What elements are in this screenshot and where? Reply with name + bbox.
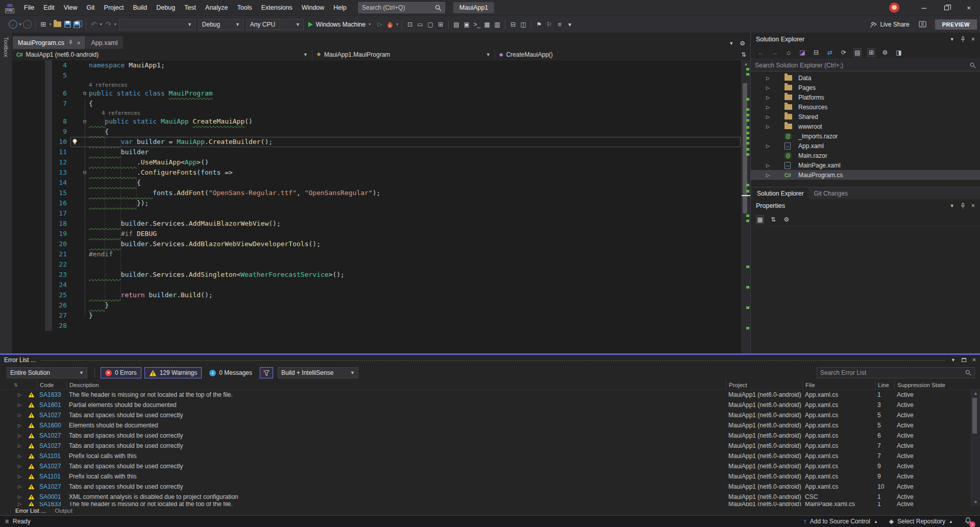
chevron-right-icon[interactable]: ▷ [766,95,774,100]
property-pages-icon[interactable]: ⚙ [782,215,791,224]
add-to-source-control-button[interactable]: ↑ Add to Source Control ▲ [803,518,878,525]
close-button[interactable]: × [958,0,980,15]
startup-item-combobox[interactable]: ▼ [119,19,195,30]
error-row-sa1027[interactable]: ▷SA1027Tabs and spaces should be used co… [0,430,980,441]
breakpoint-margin[interactable] [45,81,52,88]
type-dropdown[interactable]: ❖ MauiApp1.MauiProgram▼ [312,49,495,60]
undo-button[interactable]: ↶ [89,18,99,31]
tab-app-xaml[interactable]: App.xaml [86,36,122,49]
warnings-filter-button[interactable]: 129 Warnings [144,367,202,378]
error-row-sa1027[interactable]: ▷SA1027Tabs and spaces should be used co… [0,461,980,471]
tree-item-mauiprogram-cs[interactable]: ▷C#MauiProgram.cs [751,170,980,180]
panel-tab-git-changes[interactable]: Git Changes [808,187,853,199]
tree-item-platforms[interactable]: ▷Platforms [751,92,980,102]
menu-tools[interactable]: Tools [233,0,257,15]
console-window-icon[interactable]: ⊞ [435,18,446,31]
column-header-line[interactable]: Line [875,380,894,389]
code-line-20[interactable]: 20 builder.Services.AddBlazorWebViewDeve… [12,239,741,249]
menu-build[interactable]: Build [128,0,152,15]
code-line-5[interactable]: 5 [12,70,741,81]
tree-item-wwwroot[interactable]: ▷wwwroot [751,122,980,131]
undo-dropdown-icon[interactable]: ▾ [100,22,102,27]
column-header-project[interactable]: Project [726,380,802,389]
severity-sort-header[interactable]: ⇅ [0,380,23,389]
column-header-suppression-state[interactable]: Suppression State [894,380,971,389]
code-line-8[interactable]: 8⊟ public static MauiApp CreateMauiApp() [12,116,741,127]
menu-view[interactable]: View [59,0,82,15]
error-row-sa1027[interactable]: ▷SA1027Tabs and spaces should be used co… [0,482,980,492]
chevron-right-icon[interactable]: ▷ [766,76,774,81]
chevron-right-icon[interactable]: ▷ [766,173,774,178]
navigate-forward-button[interactable]: → [22,18,33,31]
expand-chevron-icon[interactable]: ▷ [0,402,23,408]
terminal-icon[interactable]: >_ [472,18,482,31]
tree-item-data[interactable]: ▷Data [751,73,980,83]
code-line-28[interactable]: 28 [12,321,741,331]
quick-search-input[interactable]: Search (Ctrl+Q) [358,2,445,13]
feedback-button[interactable] [918,18,928,31]
breakpoint-margin[interactable] [45,259,52,270]
code-line-26[interactable]: 26 } [12,300,741,310]
bookmark-list-icon[interactable]: ≡ [554,18,565,31]
breakpoint-margin[interactable] [45,178,52,188]
expand-chevron-icon[interactable]: ▷ [0,423,23,428]
close-icon[interactable]: × [972,356,976,364]
switch-views-icon[interactable]: ◪ [798,48,806,57]
tree-item-mainpage-xaml[interactable]: ▷‹›MainPage.xaml [751,160,980,170]
window-layout-icon[interactable]: ▦ [482,18,492,31]
save-button[interactable] [63,18,73,31]
code-line-21[interactable]: 21#endif [12,249,741,259]
breakpoint-margin[interactable] [45,167,52,178]
error-row-sa1633[interactable]: ▷SA1633The file header is missing or not… [0,390,980,400]
start-without-debugging-button[interactable]: ▷ [375,18,385,31]
code-line-18[interactable]: 18 builder.Services.AddMauiBlazorWebView… [12,219,741,229]
breakpoint-margin[interactable] [45,157,52,167]
breakpoint-margin[interactable] [45,127,52,137]
expand-chevron-icon[interactable]: ▷ [0,484,23,489]
breakpoint-margin[interactable] [45,300,52,310]
tree-item-app-xaml[interactable]: ▷‹›App.xaml [751,141,980,151]
window-position-chevron-icon[interactable]: ▼ [950,203,954,208]
chevron-right-icon[interactable]: ▷ [766,105,774,110]
code-line-14[interactable]: 14 { [12,178,741,188]
deploy-target-icon[interactable]: ▭ [415,18,425,31]
editor-scrollbar[interactable]: ▲ [741,60,750,353]
code-line-23[interactable]: 23 builder.Services.AddSingleton<Weather… [12,270,741,280]
breakpoint-margin[interactable] [45,310,52,321]
solution-explorer-search-input[interactable]: Search Solution Explorer (Ctrl+;) [751,59,980,71]
expand-chevron-icon[interactable]: ▷ [0,453,23,459]
window-position-chevron-icon[interactable]: ▼ [950,37,954,42]
breakpoint-margin[interactable] [45,70,52,81]
tree-item-shared[interactable]: ▷Shared [751,112,980,122]
expand-chevron-icon[interactable]: ▷ [0,413,23,418]
errors-filter-button[interactable]: × 0 Errors [101,367,141,378]
hot-reload-dropdown-icon[interactable]: ▾ [396,22,398,27]
menu-extensions[interactable]: Extensions [257,0,297,15]
window-position-chevron-icon[interactable]: ▼ [951,357,955,363]
error-row-sa1027[interactable]: ▷SA1027Tabs and spaces should be used co… [0,410,980,420]
preview-selected-icon[interactable]: ◨ [895,48,903,57]
error-row-sa1600[interactable]: ▷SA1600Elements should be documentedMaui… [0,420,980,430]
bottom-tab-error-list-[interactable]: Error List ... [15,508,45,514]
breakpoint-margin[interactable] [45,270,52,280]
split-editor-icon[interactable]: ⇅ [737,51,750,58]
android-device-icon[interactable]: ▣ [461,18,472,31]
navigate-back-dropdown-icon[interactable]: ▾ [19,22,21,27]
code-line-25[interactable]: 25 return builder.Build(); [12,290,741,300]
breakpoint-margin[interactable] [45,198,52,208]
hot-reload-button[interactable] [385,18,395,31]
column-header-description[interactable]: Description [66,380,726,389]
categorized-icon[interactable]: ▦ [756,215,764,224]
tab-mauiprogram-cs[interactable]: MauiProgram.cs× [13,36,85,49]
chevron-right-icon[interactable]: ▷ [766,143,774,149]
bookmark-icon[interactable]: ⚑ [534,18,544,31]
start-debugging-button[interactable]: Windows Machine ▾ [305,18,375,31]
expand-chevron-icon[interactable]: ▷ [0,494,23,499]
scroll-up-icon[interactable]: ▲ [742,62,750,66]
breakpoint-margin[interactable] [45,321,52,331]
properties-wrench-icon[interactable]: ⚙ [881,48,889,57]
pin-icon[interactable] [68,40,73,46]
breakpoint-margin[interactable] [45,208,52,219]
maximize-icon[interactable] [962,358,966,362]
toolbox-strip[interactable]: Toolbox [0,33,12,353]
